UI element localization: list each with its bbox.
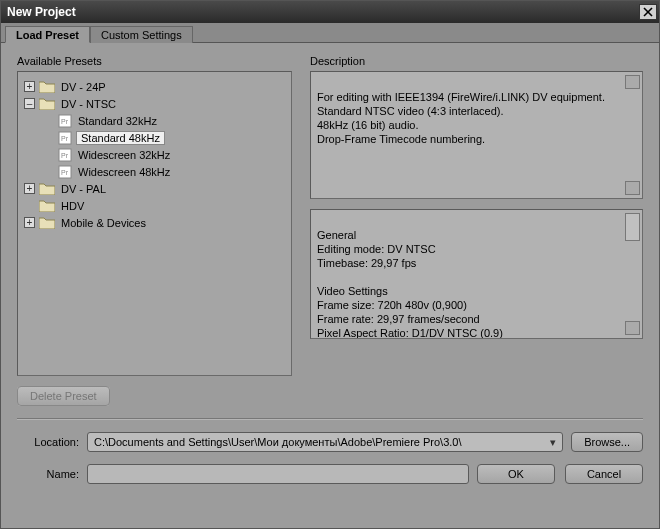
separator [17, 418, 643, 420]
delete-preset-button: Delete Preset [17, 386, 110, 406]
expand-icon[interactable]: + [24, 81, 35, 92]
svg-text:Pr: Pr [61, 152, 69, 159]
tree-item-dv-ntsc[interactable]: – DV - NTSC [22, 95, 287, 112]
preset-widescreen-48khz[interactable]: Pr Widescreen 48kHz [42, 163, 287, 180]
details-text: General Editing mode: DV NTSC Timebase: … [317, 229, 503, 339]
tree-item-mobile[interactable]: + Mobile & Devices [22, 214, 287, 231]
details-box: General Editing mode: DV NTSC Timebase: … [310, 209, 643, 339]
preset-standard-32khz[interactable]: Pr Standard 32kHz [42, 112, 287, 129]
description-box: For editing with IEEE1394 (FireWire/i.LI… [310, 71, 643, 199]
tree-label: DV - PAL [59, 183, 108, 195]
tree-label: Widescreen 48kHz [76, 166, 172, 178]
expand-icon[interactable]: + [24, 183, 35, 194]
tree-label: Widescreen 32kHz [76, 149, 172, 161]
name-input[interactable] [87, 464, 469, 484]
tree-label: DV - 24P [59, 81, 108, 93]
tree-item-hdv[interactable]: + HDV [22, 197, 287, 214]
preset-tree-panel: + DV - 24P – DV - NTSC [17, 71, 292, 376]
svg-text:Pr: Pr [61, 169, 69, 176]
folder-icon [39, 199, 55, 212]
tab-bar: Load Preset Custom Settings [1, 23, 659, 43]
preset-widescreen-32khz[interactable]: Pr Widescreen 32kHz [42, 146, 287, 163]
scroll-up-icon[interactable] [625, 75, 640, 89]
tree-label: HDV [59, 200, 86, 212]
svg-text:Pr: Pr [61, 118, 69, 125]
folder-icon [39, 216, 55, 229]
location-value: C:\Documents and Settings\User\Мои докум… [94, 436, 462, 448]
preset-icon: Pr [58, 131, 72, 145]
svg-text:Pr: Pr [61, 135, 69, 142]
preset-tree: + DV - 24P – DV - NTSC [22, 78, 287, 231]
location-dropdown[interactable]: C:\Documents and Settings\User\Мои докум… [87, 432, 563, 452]
tree-label: DV - NTSC [59, 98, 118, 110]
tab-custom-settings[interactable]: Custom Settings [90, 26, 193, 43]
folder-icon [39, 80, 55, 93]
titlebar: New Project [1, 1, 659, 23]
window-title: New Project [7, 5, 76, 19]
preset-icon: Pr [58, 148, 72, 162]
tree-label: Mobile & Devices [59, 217, 148, 229]
ok-button[interactable]: OK [477, 464, 555, 484]
dialog-content: Available Presets + DV - 24P – [1, 43, 659, 506]
tree-label: Standard 32kHz [76, 115, 159, 127]
name-label: Name: [17, 468, 79, 480]
tree-item-dv-pal[interactable]: + DV - PAL [22, 180, 287, 197]
scroll-thumb[interactable] [625, 213, 640, 241]
tab-load-preset[interactable]: Load Preset [5, 26, 90, 43]
available-presets-label: Available Presets [17, 55, 292, 67]
close-button[interactable] [639, 4, 657, 20]
tree-label: Standard 48kHz [76, 131, 165, 145]
preset-standard-48khz[interactable]: Pr Standard 48kHz [42, 129, 287, 146]
expand-icon[interactable]: + [24, 217, 35, 228]
tree-item-dv-24p[interactable]: + DV - 24P [22, 78, 287, 95]
new-project-dialog: New Project Load Preset Custom Settings … [0, 0, 660, 529]
description-text: For editing with IEEE1394 (FireWire/i.LI… [317, 91, 605, 145]
location-label: Location: [17, 436, 79, 448]
close-icon [643, 7, 653, 17]
folder-icon [39, 97, 55, 110]
scroll-down-icon[interactable] [625, 181, 640, 195]
cancel-button[interactable]: Cancel [565, 464, 643, 484]
folder-icon [39, 182, 55, 195]
browse-button[interactable]: Browse... [571, 432, 643, 452]
preset-icon: Pr [58, 165, 72, 179]
preset-icon: Pr [58, 114, 72, 128]
description-label: Description [310, 55, 643, 67]
scroll-down-icon[interactable] [625, 321, 640, 335]
collapse-icon[interactable]: – [24, 98, 35, 109]
